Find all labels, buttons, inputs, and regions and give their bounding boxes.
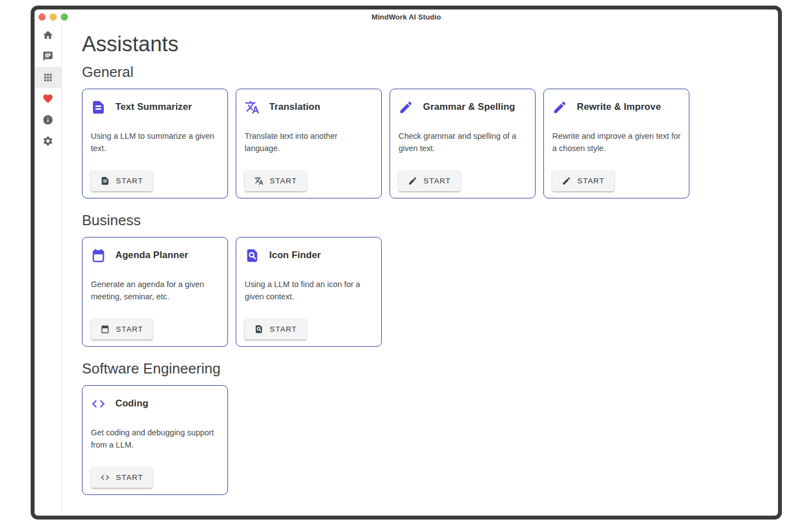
window-title: MindWork AI Studio bbox=[372, 13, 441, 21]
card-title: Agenda Planner bbox=[115, 250, 188, 261]
card-title: Text Summarizer bbox=[115, 101, 192, 113]
start-button-grammar-spelling[interactable]: START bbox=[398, 171, 460, 191]
assistant-card-agenda-planner: Agenda Planner Generate an agenda for a … bbox=[82, 237, 228, 347]
code-icon bbox=[91, 396, 106, 411]
sidebar-item-about[interactable] bbox=[35, 109, 61, 130]
section-heading-business: Business bbox=[82, 212, 758, 229]
translate-icon bbox=[254, 176, 264, 186]
heart-icon bbox=[42, 93, 54, 104]
assistant-card-grammar-spelling: Grammar & Spelling Check grammar and spe… bbox=[390, 89, 536, 198]
assistant-card-text-summarizer: Text Summarizer Using a LLM to summarize… bbox=[82, 89, 228, 198]
start-button-coding[interactable]: START bbox=[91, 467, 153, 488]
minimize-button[interactable] bbox=[50, 13, 57, 21]
page-title: Assistants bbox=[82, 32, 758, 57]
document-icon bbox=[100, 176, 110, 186]
section-heading-general: General bbox=[82, 64, 758, 81]
icon-search-icon bbox=[254, 324, 264, 334]
calendar-icon bbox=[100, 324, 110, 334]
assistant-card-coding: Coding Get coding and debugging support … bbox=[82, 385, 228, 495]
apps-grid-icon bbox=[42, 72, 54, 83]
section-heading-software-engineering: Software Engineering bbox=[82, 360, 758, 377]
card-title: Grammar & Spelling bbox=[423, 101, 515, 113]
sidebar-item-chats[interactable] bbox=[35, 46, 61, 67]
start-button-label: START bbox=[270, 177, 297, 185]
card-row-general: Text Summarizer Using a LLM to summarize… bbox=[82, 89, 758, 198]
start-button-label: START bbox=[116, 473, 143, 482]
calendar-icon bbox=[91, 248, 106, 263]
traffic-lights bbox=[38, 13, 68, 21]
sidebar bbox=[35, 25, 62, 516]
card-title: Coding bbox=[115, 398, 148, 409]
home-icon bbox=[42, 30, 54, 41]
card-description: Get coding and debugging support from a … bbox=[91, 426, 221, 452]
card-title: Rewrite & Improve bbox=[577, 101, 661, 113]
close-button[interactable] bbox=[38, 13, 46, 21]
assistant-card-icon-finder: Icon Finder Using a LLM to find an icon … bbox=[236, 237, 382, 347]
start-button-rewrite-improve[interactable]: START bbox=[552, 171, 614, 191]
sidebar-item-favorites[interactable] bbox=[35, 88, 61, 109]
start-button-label: START bbox=[116, 177, 143, 185]
card-description: Rewrite and improve a given text for a c… bbox=[552, 130, 682, 155]
card-title: Translation bbox=[269, 101, 320, 113]
gear-icon bbox=[42, 135, 54, 147]
sidebar-item-settings[interactable] bbox=[35, 130, 61, 152]
start-button-label: START bbox=[577, 177, 605, 185]
pencil-icon bbox=[398, 100, 414, 115]
card-description: Generate an agenda for a given meeting, … bbox=[91, 278, 221, 303]
card-row-software-engineering: Coding Get coding and debugging support … bbox=[82, 385, 758, 495]
document-icon bbox=[91, 100, 106, 115]
start-button-text-summarizer[interactable]: START bbox=[91, 171, 153, 191]
card-description: Translate text into another language. bbox=[245, 130, 375, 155]
card-title: Icon Finder bbox=[269, 250, 321, 261]
assistant-card-rewrite-improve: Rewrite & Improve Rewrite and improve a … bbox=[543, 89, 689, 198]
pencil-icon bbox=[562, 176, 571, 186]
start-button-agenda-planner[interactable]: START bbox=[91, 319, 153, 339]
card-description: Check grammar and spelling of a given te… bbox=[398, 130, 528, 155]
code-icon bbox=[100, 473, 110, 482]
start-button-label: START bbox=[270, 325, 297, 333]
zoom-button[interactable] bbox=[61, 13, 68, 21]
card-description: Using a LLM to summarize a given text. bbox=[91, 130, 221, 155]
sidebar-item-home[interactable] bbox=[35, 25, 61, 46]
icon-search-icon bbox=[245, 248, 260, 263]
titlebar: MindWork AI Studio bbox=[35, 9, 778, 25]
sidebar-item-assistants[interactable] bbox=[35, 67, 61, 88]
pencil-icon bbox=[552, 100, 567, 115]
start-button-translation[interactable]: START bbox=[245, 171, 307, 191]
assistant-card-translation: Translation Translate text into another … bbox=[236, 89, 382, 198]
start-button-label: START bbox=[424, 177, 451, 185]
chat-icon bbox=[42, 51, 54, 62]
card-row-business: Agenda Planner Generate an agenda for a … bbox=[82, 237, 758, 347]
app-window: MindWork AI Studio Assistants bbox=[31, 6, 782, 520]
start-button-icon-finder[interactable]: START bbox=[245, 319, 307, 339]
main-content: Assistants General Text Summarizer Using… bbox=[62, 25, 778, 516]
card-description: Using a LLM to find an icon for a given … bbox=[245, 278, 375, 303]
start-button-label: START bbox=[116, 325, 143, 333]
pencil-icon bbox=[408, 176, 417, 186]
translate-icon bbox=[245, 100, 260, 115]
info-icon bbox=[42, 114, 54, 125]
